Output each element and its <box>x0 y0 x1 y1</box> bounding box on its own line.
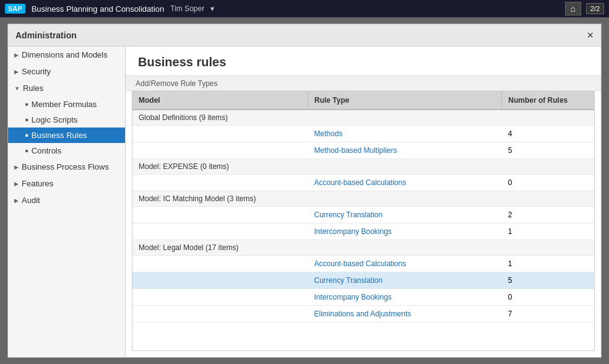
close-button[interactable]: × <box>587 30 594 41</box>
dialog-title: Administration <box>15 30 77 40</box>
sidebar-item-dimensions[interactable]: ▶ Dimensions and Models <box>8 46 125 63</box>
main-container: Administration × ▶ Dimensions and Models… <box>0 17 609 364</box>
chevron-right-icon: ▶ <box>14 181 19 187</box>
sidebar-item-business-rules[interactable]: ■ Business Rules <box>8 128 125 143</box>
top-bar-right: ⌂ 2/2 <box>565 2 604 15</box>
table-row: Methods4 <box>132 126 594 142</box>
add-remove-rule-types-button[interactable]: Add/Remove Rule Types <box>132 77 222 90</box>
dialog-body: ▶ Dimensions and Models ▶ Security ▼ Rul… <box>8 46 601 357</box>
app-title: Business Planning and Consolidation <box>32 4 165 14</box>
sidebar-item-security[interactable]: ▶ Security <box>8 63 125 80</box>
col-model-header: Model <box>132 92 308 110</box>
sidebar-item-controls[interactable]: ■ Controls <box>8 143 125 158</box>
rule-type-cell[interactable]: Account-based Calculations <box>308 175 501 191</box>
sidebar-item-rules[interactable]: ▼ Rules <box>8 80 125 97</box>
rule-count-cell: 4 <box>502 126 594 142</box>
top-bar: SAP Business Planning and Consolidation … <box>0 0 609 17</box>
model-cell <box>132 223 308 240</box>
bullet-icon: ■ <box>25 148 28 154</box>
home-button[interactable]: ⌂ <box>565 2 581 15</box>
rule-count-cell: 1 <box>502 223 594 240</box>
table-row: Intercompany Bookings0 <box>132 289 594 306</box>
model-cell <box>132 175 308 191</box>
group-label: Model: EXPENSE (0 items) <box>132 159 594 175</box>
user-name: Tim Soper <box>170 4 204 13</box>
rule-count-cell: 5 <box>502 272 594 289</box>
rule-type-cell[interactable]: Intercompany Bookings <box>308 289 501 306</box>
model-cell <box>132 289 308 306</box>
model-cell <box>132 306 308 323</box>
model-cell <box>132 272 308 289</box>
sidebar-item-label: Business Rules <box>32 131 87 140</box>
model-cell <box>132 207 308 223</box>
group-label: Model: Legal Model (17 items) <box>132 240 594 256</box>
dialog-header: Administration × <box>8 24 601 46</box>
table-group-row: Model: Legal Model (17 items) <box>132 240 594 256</box>
sidebar-item-logic-scripts[interactable]: ■ Logic Scripts <box>8 112 125 128</box>
sidebar-item-business-process-flows[interactable]: ▶ Business Process Flows <box>8 158 125 175</box>
rule-count-cell: 2 <box>502 207 594 223</box>
rule-type-cell[interactable]: Intercompany Bookings <box>308 223 501 240</box>
table-row: Intercompany Bookings1 <box>132 223 594 240</box>
model-cell <box>132 142 308 159</box>
top-bar-left: SAP Business Planning and Consolidation … <box>5 4 214 14</box>
rule-type-cell[interactable]: Eliminations and Adjustments <box>308 306 501 323</box>
chevron-right-icon: ▶ <box>14 52 19 58</box>
rule-count-cell: 0 <box>502 289 594 306</box>
bullet-icon: ■ <box>25 117 28 123</box>
model-cell <box>132 126 308 142</box>
bullet-icon: ■ <box>25 132 28 138</box>
sidebar-item-label: Dimensions and Models <box>22 50 108 59</box>
toolbar: Add/Remove Rule Types <box>126 76 601 91</box>
sidebar-item-label: Logic Scripts <box>32 115 77 124</box>
col-ruletype-header: Rule Type <box>308 92 501 110</box>
chevron-right-icon: ▶ <box>14 69 19 75</box>
rule-type-cell[interactable]: Account-based Calculations <box>308 256 501 272</box>
table-row: Account-based Calculations1 <box>132 256 594 272</box>
sidebar-item-label: Features <box>22 179 53 188</box>
table-row: Method-based Multipliers5 <box>132 142 594 159</box>
rule-type-cell[interactable]: Currency Translation <box>308 272 501 289</box>
rule-count-cell: 1 <box>502 256 594 272</box>
table-row: Account-based Calculations0 <box>132 175 594 191</box>
chevron-down-icon: ▼ <box>14 85 20 92</box>
table-row: Eliminations and Adjustments7 <box>132 306 594 323</box>
sidebar-item-label: Audit <box>22 196 40 205</box>
sidebar-item-label: Member Formulas <box>32 100 97 109</box>
dialog: Administration × ▶ Dimensions and Models… <box>7 24 602 358</box>
user-dropdown-arrow[interactable]: ▾ <box>210 4 214 13</box>
content-header: Business rules <box>126 46 601 76</box>
group-label: Model: IC Matching Model (3 items) <box>132 191 594 207</box>
group-label: Global Definitions (9 items) <box>132 110 594 126</box>
sidebar-item-audit[interactable]: ▶ Audit <box>8 192 125 209</box>
chevron-right-icon: ▶ <box>14 164 19 170</box>
rule-count-cell: 7 <box>502 306 594 323</box>
table-row: Currency Translation2 <box>132 207 594 223</box>
sidebar-item-label: Security <box>22 67 51 76</box>
bullet-icon: ■ <box>25 102 28 107</box>
sidebar: ▶ Dimensions and Models ▶ Security ▼ Rul… <box>8 46 126 357</box>
rules-table-container: Model Rule Type Number of Rules Global D… <box>132 91 595 351</box>
table-group-row: Model: EXPENSE (0 items) <box>132 159 594 175</box>
sidebar-item-label: Controls <box>32 146 61 155</box>
sidebar-item-features[interactable]: ▶ Features <box>8 175 125 192</box>
rule-type-cell[interactable]: Methods <box>308 126 501 142</box>
sidebar-item-label: Business Process Flows <box>22 162 109 171</box>
rule-type-cell[interactable]: Method-based Multipliers <box>308 142 501 159</box>
table-group-row: Global Definitions (9 items) <box>132 110 594 126</box>
table-header-row: Model Rule Type Number of Rules <box>132 92 594 110</box>
rule-count-cell: 0 <box>502 175 594 191</box>
content-area: Business rules Add/Remove Rule Types Mod… <box>126 46 601 357</box>
sap-logo: SAP <box>5 4 25 14</box>
rule-count-cell: 5 <box>502 142 594 159</box>
sidebar-item-label: Rules <box>23 84 43 93</box>
table-group-row: Model: IC Matching Model (3 items) <box>132 191 594 207</box>
chevron-right-icon: ▶ <box>14 197 19 204</box>
rule-type-cell[interactable]: Currency Translation <box>308 207 501 223</box>
table-row: Currency Translation5 <box>132 272 594 289</box>
page-indicator: 2/2 <box>586 3 604 14</box>
sidebar-item-member-formulas[interactable]: ■ Member Formulas <box>8 97 125 112</box>
model-cell <box>132 256 308 272</box>
page-title: Business rules <box>138 55 226 69</box>
rules-table: Model Rule Type Number of Rules Global D… <box>132 92 594 323</box>
